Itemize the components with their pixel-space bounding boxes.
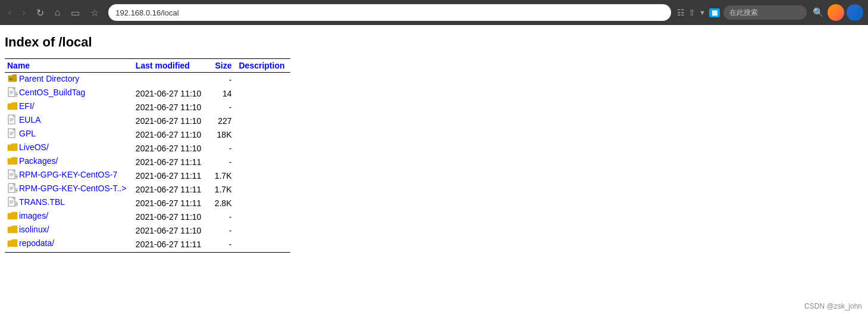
file-modified-cell: 2021-06-27 11:10: [133, 210, 212, 223]
file-name-cell: ↩ TRANS.TBL: [5, 196, 133, 210]
table-row: repodata/2021-06-27 11:11-: [5, 237, 290, 253]
file-desc-cell: [236, 169, 290, 182]
svg-text:↩: ↩: [15, 202, 18, 206]
file-modified-cell: 2021-06-27 11:10: [133, 223, 212, 237]
desc-sort-link[interactable]: Description: [239, 61, 284, 70]
file-name-cell: Packages/: [5, 155, 133, 169]
address-bar[interactable]: 192.168.0.16/local: [108, 4, 671, 21]
table-row: images/2021-06-27 11:10-: [5, 210, 290, 223]
bookmark-button[interactable]: ▭: [67, 5, 83, 21]
file-desc-cell: [236, 237, 290, 253]
table-row: ↩ RPM-GPG-KEY-CentOS-T..>2021-06-27 11:1…: [5, 182, 290, 196]
file-icon: ↩: [7, 169, 18, 182]
name-sort-link[interactable]: Name: [7, 61, 30, 70]
file-name-cell: ↩ CentOS_BuildTag: [5, 86, 133, 100]
file-modified-cell: 2021-06-27 11:10: [133, 114, 212, 128]
table-row: ↩ RPM-GPG-KEY-CentOS-72021-06-27 11:111.…: [5, 169, 290, 182]
file-link[interactable]: GPL: [19, 129, 36, 138]
file-desc-cell: [236, 155, 290, 169]
file-link[interactable]: EULA: [19, 115, 41, 125]
file-link[interactable]: repodata/: [19, 238, 54, 248]
file-link[interactable]: isolinux/: [19, 225, 49, 234]
file-desc-cell: [236, 73, 290, 87]
star-button[interactable]: ☆: [87, 5, 102, 21]
share-icon: ⇧: [688, 8, 695, 17]
search-bar[interactable]: 在此搜索: [723, 5, 807, 20]
file-link[interactable]: Packages/: [19, 156, 58, 166]
folder-icon: [7, 101, 18, 113]
folder-icon: [7, 156, 18, 168]
file-name-cell: repodata/: [5, 237, 133, 253]
svg-text:↩: ↩: [15, 175, 18, 178]
table-row: ↩ CentOS_BuildTag2021-06-27 11:1014: [5, 86, 290, 100]
avatar-2: [847, 4, 863, 21]
search-icon[interactable]: 🔍: [813, 7, 824, 18]
dropdown-icon: ▼: [699, 9, 706, 16]
file-desc-cell: [236, 86, 290, 100]
file-name-cell: ↩ Parent Directory: [5, 73, 133, 87]
browser-chrome: ‹ › ↻ ⌂ ▭ ☆ 192.168.0.16/local ☷ ⇧ ▼ ▦ 在…: [0, 0, 868, 25]
parent-icon: ↩: [7, 73, 18, 86]
folder-icon: [7, 224, 18, 237]
col-desc-header: Description: [236, 59, 290, 73]
file-link[interactable]: CentOS_BuildTag: [19, 88, 85, 97]
table-row: EULA2021-06-27 11:10227: [5, 114, 290, 128]
file-link[interactable]: RPM-GPG-KEY-CentOS-T..>: [19, 184, 126, 193]
file-link[interactable]: EFI/: [19, 101, 35, 111]
extension-icon: ☷: [677, 8, 685, 17]
search-text: 在此搜索: [729, 8, 758, 18]
file-link[interactable]: LiveOS/: [19, 142, 49, 152]
file-icon: ↩: [7, 183, 18, 195]
url-text: 192.168.0.16/local: [115, 8, 178, 17]
file-icon: ↩: [7, 197, 18, 209]
modified-sort-link[interactable]: Last modified: [136, 61, 190, 70]
file-modified-cell: [133, 73, 212, 87]
home-button[interactable]: ⌂: [51, 5, 64, 20]
back-button[interactable]: ‹: [5, 5, 15, 20]
file-icon: ↩: [7, 87, 18, 100]
file-size-cell: -: [212, 210, 236, 223]
table-row: ↩ Parent Directory-: [5, 73, 290, 87]
file-modified-cell: 2021-06-27 11:10: [133, 141, 212, 155]
file-link[interactable]: Parent Directory: [19, 74, 79, 83]
file-size-cell: -: [212, 100, 236, 114]
file-size-cell: 1.7K: [212, 182, 236, 196]
file-modified-cell: 2021-06-27 11:11: [133, 196, 212, 210]
file-size-cell: -: [212, 73, 236, 87]
svg-text:↩: ↩: [15, 92, 18, 96]
file-name-cell: isolinux/: [5, 223, 133, 237]
file-link[interactable]: images/: [19, 211, 48, 220]
file-name-cell: GPL: [5, 128, 133, 141]
doc-icon: [7, 114, 18, 127]
table-row: isolinux/2021-06-27 11:10-: [5, 223, 290, 237]
file-modified-cell: 2021-06-27 11:10: [133, 86, 212, 100]
col-size-header: Size: [212, 59, 236, 73]
size-sort-link[interactable]: Size: [215, 61, 231, 70]
file-table: Name Last modified Size Description ↩ Pa…: [5, 58, 290, 253]
table-row: LiveOS/2021-06-27 11:10-: [5, 141, 290, 155]
forward-button[interactable]: ›: [18, 5, 29, 20]
page-content: Index of /local Name Last modified Size …: [0, 25, 297, 265]
file-desc-cell: [236, 196, 290, 210]
avatar-area: [828, 4, 863, 21]
file-size-cell: -: [212, 141, 236, 155]
file-name-cell: images/: [5, 210, 133, 223]
browser-icons: ☷ ⇧ ▼ ▦: [677, 8, 720, 17]
file-link[interactable]: RPM-GPG-KEY-CentOS-7: [19, 170, 117, 179]
table-row: GPL2021-06-27 11:1018K: [5, 128, 290, 141]
folder-icon: [7, 238, 18, 250]
col-modified-header: Last modified: [133, 59, 212, 73]
folder-icon: [7, 210, 18, 223]
refresh-button[interactable]: ↻: [33, 5, 48, 21]
file-desc-cell: [236, 223, 290, 237]
file-size-cell: -: [212, 223, 236, 237]
svg-text:↩: ↩: [10, 77, 13, 81]
file-modified-cell: 2021-06-27 11:11: [133, 169, 212, 182]
file-size-cell: 227: [212, 114, 236, 128]
bing-icon: ▦: [709, 8, 720, 17]
file-desc-cell: [236, 141, 290, 155]
file-desc-cell: [236, 210, 290, 223]
file-desc-cell: [236, 182, 290, 196]
file-desc-cell: [236, 128, 290, 141]
file-link[interactable]: TRANS.TBL: [19, 197, 65, 207]
